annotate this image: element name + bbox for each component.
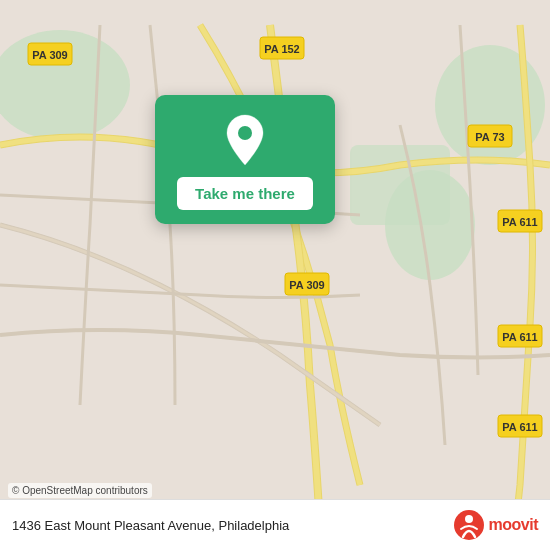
location-card: Take me there — [155, 95, 335, 224]
svg-text:PA 611: PA 611 — [502, 421, 537, 433]
moovit-brand-text: moovit — [489, 516, 538, 534]
moovit-brand-icon — [453, 509, 485, 541]
svg-rect-4 — [350, 145, 450, 225]
map-background: PA 309 PA 152 PA 73 PA 309 PA 611 PA 611… — [0, 0, 550, 550]
svg-text:PA 152: PA 152 — [264, 43, 299, 55]
svg-text:PA 73: PA 73 — [475, 131, 504, 143]
moovit-logo: moovit — [453, 509, 538, 541]
location-pin-icon — [222, 113, 268, 167]
map-container[interactable]: PA 309 PA 152 PA 73 PA 309 PA 611 PA 611… — [0, 0, 550, 550]
svg-point-19 — [238, 126, 252, 140]
address-label: 1436 East Mount Pleasant Avenue, Philade… — [12, 518, 289, 533]
bottom-bar: 1436 East Mount Pleasant Avenue, Philade… — [0, 499, 550, 550]
copyright-text: © OpenStreetMap contributors — [8, 483, 152, 498]
svg-text:PA 309: PA 309 — [289, 279, 324, 291]
svg-text:PA 611: PA 611 — [502, 331, 537, 343]
svg-point-21 — [465, 515, 473, 523]
svg-text:PA 309: PA 309 — [32, 49, 67, 61]
svg-text:PA 611: PA 611 — [502, 216, 537, 228]
take-me-there-button[interactable]: Take me there — [177, 177, 313, 210]
